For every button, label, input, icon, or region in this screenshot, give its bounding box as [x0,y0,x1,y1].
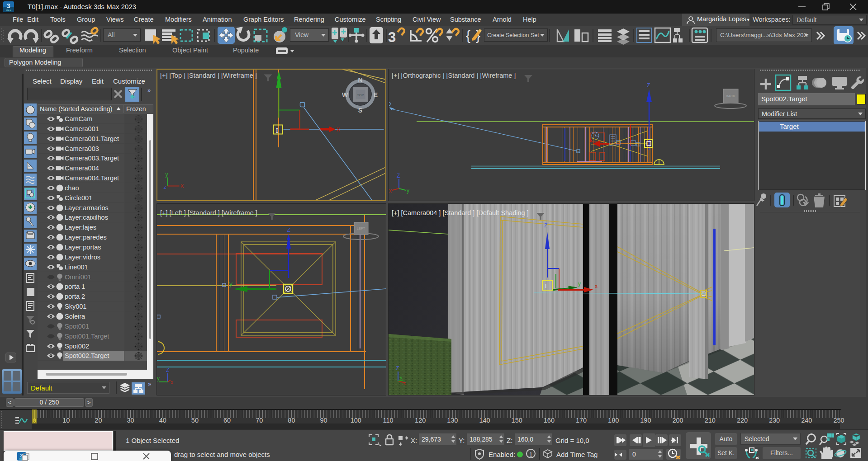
svg-text:x: x [389,188,392,194]
svg-text:120: 120 [415,417,426,424]
svg-text:170: 170 [576,417,587,424]
svg-text:10: 10 [62,417,70,424]
svg-text:X: X [337,126,341,133]
svg-text:110: 110 [383,417,393,424]
svg-text:W: W [342,91,348,99]
svg-text:Z: Z [287,226,290,233]
svg-text:TOP: TOP [357,93,364,97]
svg-text:Z: Z [166,367,169,373]
svg-text:LEFT: LEFT [357,226,365,230]
svg-text:240: 240 [801,417,812,424]
svg-text:90: 90 [320,417,327,424]
svg-text:3: 3 [388,29,396,45]
svg-text:y: y [400,375,403,380]
svg-text:Z: Z [647,82,650,89]
svg-text:Z: Z [544,222,547,229]
svg-text:N: N [358,76,362,84]
svg-text:y: y [407,188,409,194]
svg-text:y: y [229,280,232,287]
svg-text:150: 150 [512,417,522,424]
svg-text:MAX: MAX [6,9,11,12]
svg-text:40: 40 [159,417,166,424]
svg-text:160: 160 [544,417,555,424]
svg-text:y: y [157,375,160,381]
svg-text:Z: Z [397,173,400,179]
svg-text:190: 190 [640,417,651,424]
svg-text:50: 50 [191,417,199,424]
svg-text:{: { [466,28,470,43]
svg-text:E: E [374,91,378,99]
svg-text:z: z [164,184,166,190]
svg-text:100: 100 [351,417,361,424]
svg-text:70: 70 [256,417,263,424]
svg-text:BACK: BACK [726,94,735,98]
svg-text:220: 220 [737,417,748,424]
svg-text:200: 200 [672,417,683,424]
svg-text:60: 60 [223,417,231,424]
svg-text:y: y [166,171,168,178]
svg-text:180: 180 [608,417,619,424]
svg-text:3: 3 [7,2,10,9]
svg-text:X: X [180,183,184,189]
svg-text:0: 0 [33,417,36,424]
svg-text:250: 250 [833,417,844,424]
svg-text:210: 210 [705,417,716,424]
svg-text:I: I [545,283,546,289]
svg-text:20: 20 [95,417,102,424]
svg-text:x: x [171,379,173,386]
svg-text:X: X [589,138,593,143]
svg-text:y: y [578,281,581,287]
svg-text:x: x [595,283,598,289]
svg-text:230: 230 [769,417,780,424]
svg-text:[]: [] [276,127,279,133]
svg-text:80: 80 [288,417,295,424]
svg-text:140: 140 [479,417,490,424]
svg-text:S: S [358,107,362,114]
svg-text:Z: Z [396,365,399,372]
svg-text:130: 130 [447,417,458,424]
svg-text:x: x [403,380,406,386]
svg-text:30: 30 [127,417,134,424]
